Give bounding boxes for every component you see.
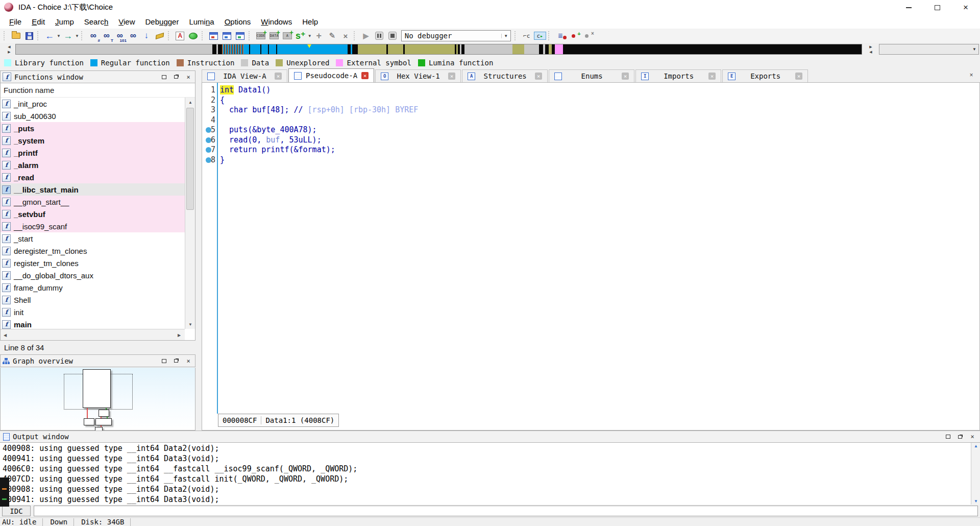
tab-close-icon[interactable]: × [622,73,629,80]
back-history-dropdown-icon[interactable]: ▼ [57,34,61,38]
tab-close-icon[interactable]: × [275,73,282,80]
navigate-back-button[interactable]: ← [43,30,56,42]
function-row-_alarm[interactable]: f_alarm [1,159,185,171]
maximize-button[interactable] [923,0,951,15]
menu-item-jump[interactable]: Jump [50,16,79,28]
functions-vertical-scrollbar[interactable]: ▲ ▼ [185,98,195,329]
panel-maximize-button[interactable] [943,433,952,441]
color-instruction-button[interactable]: A [174,30,186,42]
function-row-_start[interactable]: f_start [1,232,185,245]
search-names-button[interactable]: ∞# [87,30,100,42]
function-row-__isoc99_scanf[interactable]: f__isoc99_scanf [1,220,185,232]
code-line[interactable]: 6 read(0, buf, 53uLL); [202,135,978,146]
function-row-sub_400630[interactable]: fsub_400630 [1,110,185,122]
collapsed-dock-handle[interactable] [0,477,9,507]
open-window-1-button[interactable] [208,30,220,42]
cli-input[interactable] [34,506,978,516]
code-line[interactable]: 7 return printf(&format); [202,145,978,155]
make-struct-button[interactable]: s⁺ [295,30,307,42]
debugger-start-button[interactable]: ▶ [360,30,372,42]
function-row-__do_global_dtors_aux[interactable]: f__do_global_dtors_aux [1,269,185,281]
lumina-button[interactable] [187,30,200,42]
tab-pseudocode-a[interactable]: Pseudocode-A× [288,68,374,82]
add-item-button[interactable]: + [313,30,325,42]
compiler-options-button[interactable]: ⌐c [521,32,533,40]
output-vertical-scrollbar[interactable]: ▲ ▼ [971,443,980,505]
scroll-up-icon[interactable]: ▲ [185,98,195,107]
function-row-init[interactable]: finit [1,306,185,318]
scrollbar-thumb[interactable] [186,108,194,210]
panel-maximize-button[interactable] [159,73,168,81]
code-line[interactable]: 8} [202,155,978,165]
function-row-__libc_start_main[interactable]: f__libc_start_main [1,183,185,196]
column-header-function-name[interactable]: Function name [1,83,195,98]
scroll-up-icon[interactable]: ▲ [971,444,980,448]
tab-structures[interactable]: AStructures× [462,69,548,82]
tab-imports[interactable]: IImports× [635,69,721,82]
make-struct-dropdown-icon[interactable]: ▼ [308,34,312,38]
panel-close-button[interactable]: × [184,73,193,81]
debugger-pause-button[interactable] [373,30,385,42]
menu-item-lumina[interactable]: Lumina [184,16,219,28]
functions-horizontal-scrollbar[interactable]: ◀ ▶ [1,329,185,340]
jump-down-icon[interactable]: ↓ [140,30,153,42]
menu-item-windows[interactable]: Windows [256,16,297,28]
tab-hex-view-1[interactable]: OHex View-1× [375,69,461,82]
scroll-down-icon[interactable]: ▼ [971,499,980,504]
code-line[interactable]: 2{ [202,95,978,106]
quick-compile-button[interactable]: c▸ [534,32,546,40]
tab-close-icon[interactable]: × [795,73,802,80]
make-ascii-button[interactable]: A+ [281,30,293,42]
navigate-forward-button[interactable]: → [62,30,74,42]
search-button[interactable]: ∞ [127,30,139,42]
search-text-button[interactable]: ∞T [101,30,113,42]
menu-item-search[interactable]: Search [79,16,114,28]
function-row-__gmon_start__[interactable]: f__gmon_start__ [1,196,185,208]
panel-maximize-button[interactable] [159,357,168,365]
edit-button[interactable]: ✎ [326,30,338,42]
tab-enums[interactable]: Enums× [549,69,634,82]
navigation-band[interactable] [15,44,862,55]
function-row-_read[interactable]: f_read [1,171,185,183]
function-row-register_tm_clones[interactable]: fregister_tm_clones [1,257,185,269]
band-scroll-right[interactable]: ▶◀ [867,44,875,55]
menu-item-debugger[interactable]: Debugger [140,16,184,28]
add-breakpoint-button[interactable]: + [568,32,580,40]
panel-float-button[interactable] [955,433,965,441]
menu-item-file[interactable]: File [4,16,27,28]
scroll-left-icon[interactable]: ◀ [1,330,10,340]
function-row-frame_dummy[interactable]: fframe_dummy [1,281,185,294]
tab-close-icon[interactable]: × [708,73,716,80]
graph-overview-canvas[interactable] [0,368,195,431]
tabbar-close-button[interactable]: × [967,71,976,79]
debugger-stop-button[interactable] [386,30,399,42]
panel-close-button[interactable]: × [968,433,977,441]
cli-language-button[interactable]: IDC [2,506,31,516]
menu-item-edit[interactable]: Edit [27,16,50,28]
tab-close-icon[interactable]: × [361,72,369,79]
tab-ida-view-a[interactable]: IDA View-A× [202,69,287,82]
close-button[interactable]: × [951,0,980,15]
panel-close-button[interactable]: × [184,357,193,365]
pseudocode-view[interactable]: 1int Data1()2{3 char buf[48]; // [rsp+0h… [202,82,980,431]
function-row-_system[interactable]: f_system [1,134,185,147]
function-row-_setvbuf[interactable]: f_setvbuf [1,208,185,220]
code-line[interactable]: 5 puts(&byte_400A78); [202,125,978,135]
function-row-Shell[interactable]: fShell [1,294,185,306]
save-button[interactable] [23,30,35,42]
breakpoint-list-button[interactable]: ≣ [554,32,567,40]
open-file-button[interactable] [10,30,22,42]
delete-breakpoint-button[interactable]: × [581,32,593,40]
menu-item-options[interactable]: Options [219,16,256,28]
function-row-_printf[interactable]: f_printf [1,147,185,159]
delete-button[interactable]: × [339,30,352,42]
band-scroll-left[interactable]: ◀▶ [5,44,13,55]
jump-by-name-button[interactable] [154,30,166,42]
menu-item-view[interactable]: View [113,16,140,28]
panel-float-button[interactable] [172,73,181,81]
function-row-_puts[interactable]: f_puts [1,122,185,134]
code-line[interactable]: 1int Data1() [202,85,978,95]
band-range-select[interactable]: ▼ [879,44,979,55]
forward-history-dropdown-icon[interactable]: ▼ [75,34,79,38]
dock-splitter[interactable] [195,69,202,431]
